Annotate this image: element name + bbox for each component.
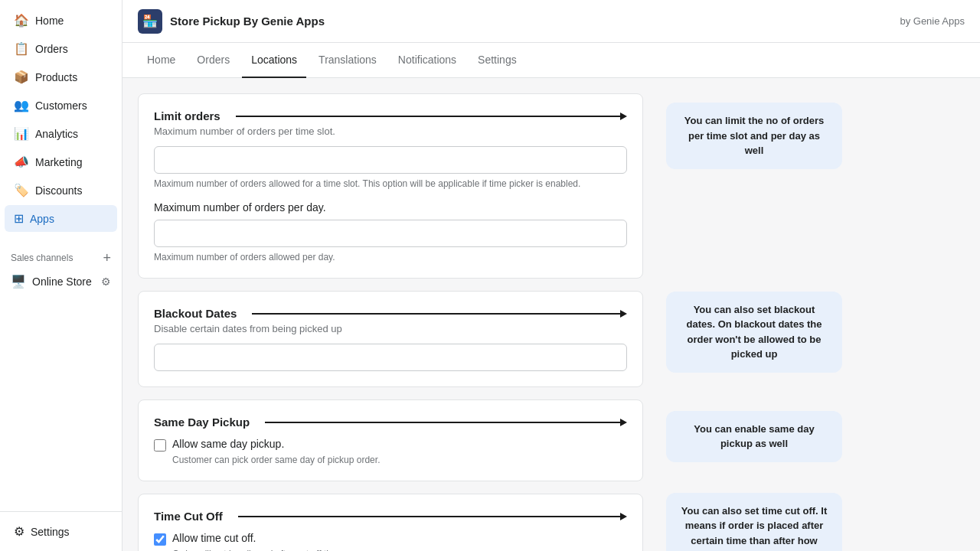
apps-icon: ⊞ <box>14 211 24 226</box>
sidebar-item-apps[interactable]: ⊞ Apps <box>5 205 117 232</box>
app-title: Store Pickup By Genie Apps <box>170 15 325 28</box>
time-cut-off-header-row: Time Cut Off <box>154 510 627 523</box>
main-area: 🏪 Store Pickup By Genie Apps by Genie Ap… <box>122 0 980 551</box>
same-day-checkbox-label[interactable]: Allow same day pickup. <box>172 438 284 450</box>
sidebar-item-products[interactable]: 📦 Products <box>5 64 117 90</box>
sidebar-item-orders[interactable]: 📋 Orders <box>5 35 117 62</box>
online-store-gear-icon[interactable]: ⚙ <box>101 276 111 288</box>
sidebar: 🏠 Home 📋 Orders 📦 Products 👥 Customers 📊… <box>0 0 122 551</box>
marketing-icon: 📣 <box>14 155 29 169</box>
limit-orders-subtitle: Maximum number of orders per time slot. <box>154 126 627 137</box>
blackout-dates-subtitle: Disable certain dates from being picked … <box>154 323 627 334</box>
limit-orders-card: Limit orders Maximum number of orders pe… <box>138 93 643 279</box>
home-icon: 🏠 <box>14 13 29 28</box>
blackout-dates-card: Blackout Dates Disable certain dates fro… <box>138 291 643 387</box>
tab-locations[interactable]: Locations <box>242 43 306 78</box>
limit-orders-title: Limit orders <box>154 109 220 122</box>
tips-column: You can limit the no of orders per time … <box>658 93 842 551</box>
settings-icon: ⚙ <box>14 524 24 539</box>
same-day-hint: Customer can pick order same day of pick… <box>172 455 627 465</box>
time-cut-off-checkbox-label[interactable]: Allow time cut off. <box>172 532 256 544</box>
blackout-dates-input[interactable] <box>154 344 627 371</box>
tip-blackout-dates: You can also set blackout dates. On blac… <box>666 292 842 373</box>
customers-icon: 👥 <box>14 98 29 112</box>
tip-limit-orders: You can limit the no of orders per time … <box>666 103 842 169</box>
time-cut-off-card: Time Cut Off Allow time cut off. Order w… <box>138 494 643 551</box>
products-icon: 📦 <box>14 70 29 84</box>
same-day-checkbox[interactable] <box>154 439 166 452</box>
sections-container: Limit orders Maximum number of orders pe… <box>138 93 965 536</box>
online-store-icon: 🖥️ <box>11 274 26 289</box>
sidebar-item-marketing[interactable]: 📣 Marketing <box>5 148 117 175</box>
sidebar-item-settings[interactable]: ⚙ Settings <box>5 518 117 545</box>
discounts-icon: 🏷️ <box>14 183 29 197</box>
max-orders-per-day-label: Maximum number of orders per day. <box>154 201 627 214</box>
blackout-dates-title: Blackout Dates <box>154 307 237 320</box>
form-column: Limit orders Maximum number of orders pe… <box>138 93 643 551</box>
orders-icon: 📋 <box>14 41 29 56</box>
tip-time-cut-off: You can also set time cut off. It means … <box>666 493 842 552</box>
tabs-bar: Home Orders Locations Translations Notif… <box>122 43 980 78</box>
time-cut-off-checkbox-row: Allow time cut off. <box>154 532 627 546</box>
app-by: by Genie Apps <box>900 15 965 27</box>
tip-same-day-pickup: You can enable same day pickup as well <box>666 411 842 462</box>
add-sales-channel-button[interactable]: + <box>103 251 111 265</box>
same-day-pickup-header-row: Same Day Pickup <box>154 416 627 429</box>
time-cut-off-checkbox[interactable] <box>154 533 166 546</box>
sidebar-item-home[interactable]: 🏠 Home <box>5 7 117 34</box>
sidebar-item-customers[interactable]: 👥 Customers <box>5 92 117 119</box>
blackout-dates-arrow <box>252 310 627 318</box>
sidebar-item-online-store[interactable]: 🖥️ Online Store ⚙ <box>5 268 117 295</box>
same-day-pickup-title: Same Day Pickup <box>154 416 250 429</box>
app-icon: 🏪 <box>138 9 162 34</box>
tab-home[interactable]: Home <box>138 43 185 78</box>
topbar: 🏪 Store Pickup By Genie Apps by Genie Ap… <box>122 0 980 43</box>
same-day-pickup-arrow <box>265 419 627 426</box>
tab-orders[interactable]: Orders <box>188 43 239 78</box>
sidebar-item-discounts[interactable]: 🏷️ Discounts <box>5 177 117 204</box>
analytics-icon: 📊 <box>14 126 29 141</box>
tab-settings[interactable]: Settings <box>469 43 526 78</box>
max-orders-per-day-input[interactable] <box>154 220 627 247</box>
sidebar-item-analytics[interactable]: 📊 Analytics <box>5 120 117 147</box>
time-cut-off-arrow <box>238 513 627 520</box>
tab-notifications[interactable]: Notifications <box>389 43 466 78</box>
topbar-left: 🏪 Store Pickup By Genie Apps <box>138 9 325 34</box>
max-orders-day-hint: Maximum number of orders allowed per day… <box>154 252 627 262</box>
page-content: Limit orders Maximum number of orders pe… <box>122 78 980 551</box>
time-cut-off-title: Time Cut Off <box>154 510 223 523</box>
blackout-dates-header-row: Blackout Dates <box>154 307 627 320</box>
limit-orders-header-row: Limit orders <box>154 109 627 122</box>
same-day-pickup-card: Same Day Pickup Allow same day pickup. C… <box>138 399 643 481</box>
tab-translations[interactable]: Translations <box>309 43 386 78</box>
same-day-checkbox-row: Allow same day pickup. <box>154 438 627 452</box>
max-orders-per-slot-input[interactable] <box>154 146 627 174</box>
limit-orders-arrow <box>236 112 627 120</box>
sales-channels-label: Sales channels <box>11 253 73 263</box>
max-orders-slot-hint: Maximum number of orders allowed for a t… <box>154 178 627 189</box>
